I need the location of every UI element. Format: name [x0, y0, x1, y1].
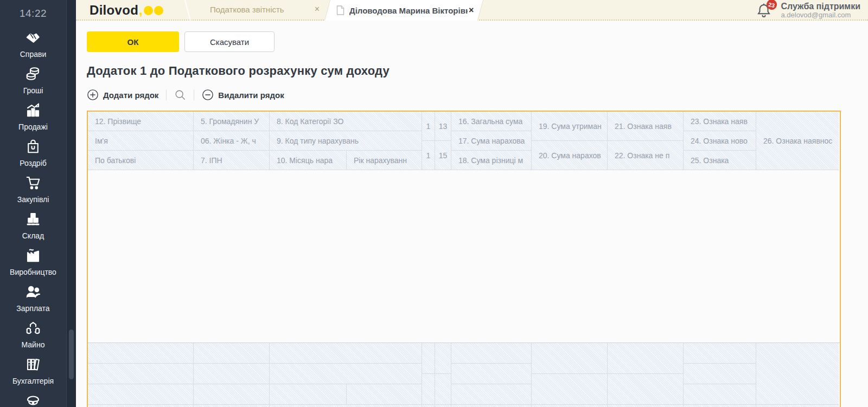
body-cell[interactable]	[451, 364, 532, 384]
body-cell[interactable]	[756, 343, 839, 405]
body-cell[interactable]	[451, 405, 532, 407]
column-header: 19. Сума утриман	[532, 112, 608, 141]
sidebar-item-rozdrib[interactable]: Роздріб	[0, 138, 66, 167]
body-cell[interactable]	[756, 405, 839, 407]
body-cell[interactable]	[194, 405, 270, 407]
toolbar-divider	[194, 89, 194, 100]
sidebar-item-bukhhalteriia[interactable]: Бухгалтерія	[0, 356, 66, 385]
body-cell[interactable]	[435, 405, 451, 407]
user-email: a.delovod@gmail.com	[781, 11, 860, 20]
sidebar-item-hroshi[interactable]: Гроші	[0, 66, 66, 95]
table-body	[88, 343, 840, 407]
table-header: 12. Прізвище Ім'я По батькові 5. Громадя…	[88, 112, 840, 170]
body-cell[interactable]	[608, 374, 684, 405]
body-cell[interactable]	[270, 384, 347, 405]
warehouse-boxes-icon	[25, 211, 41, 229]
body-cell[interactable]	[270, 343, 422, 364]
support-title[interactable]: Служба підтримки	[781, 2, 860, 11]
body-cell[interactable]	[451, 343, 532, 364]
body-cell[interactable]	[684, 343, 756, 364]
column-header: 06. Жінка - Ж, ч	[194, 131, 270, 151]
column-header: 8. Код Категорії ЗО	[270, 112, 422, 131]
hands-house-icon	[25, 320, 41, 338]
sidebar-item-maino[interactable]: Майно	[0, 320, 66, 349]
body-cell[interactable]	[532, 405, 608, 407]
body-cell[interactable]	[194, 364, 270, 384]
body-cell[interactable]	[451, 384, 532, 405]
sidebar-item-label: Гроші	[23, 86, 43, 95]
notification-bell[interactable]: 23	[756, 2, 773, 20]
body-cell[interactable]	[532, 374, 608, 405]
ok-button[interactable]: ОК	[87, 31, 179, 52]
add-row-button[interactable]: Додати рядок	[87, 89, 158, 101]
column-header: 10. Місяць нара	[270, 151, 347, 170]
body-cell[interactable]	[532, 343, 608, 374]
body-cell[interactable]	[194, 384, 270, 405]
cancel-button[interactable]: Скасувати	[184, 31, 275, 52]
body-cell[interactable]	[435, 343, 451, 374]
document-icon	[336, 5, 344, 15]
body-cell[interactable]	[608, 343, 684, 374]
handshake-icon	[25, 29, 41, 48]
sidebar-item-label: Бухгалтерія	[12, 377, 54, 385]
body-cell[interactable]	[347, 384, 422, 405]
sidebar-item-label: Роздріб	[20, 159, 47, 167]
tab-label: Діловодова Марина Вікторівна	[349, 6, 468, 15]
sidebar-item-label: Справи	[20, 50, 47, 59]
body-cell[interactable]	[88, 405, 194, 407]
sidebar-nav: Справи Гроші Продажі Роздріб Закупівлі С…	[0, 20, 66, 407]
logo-dot	[154, 6, 163, 15]
factory-icon	[25, 247, 41, 266]
close-icon[interactable]: ×	[469, 5, 474, 15]
search-button[interactable]	[174, 89, 186, 101]
tab-dilovodova-active[interactable]: Діловодова Марина Вікторівна ×	[324, 0, 483, 21]
top-bar: Dilovod, Податкова звітність × Діловодов…	[76, 0, 868, 21]
logo-comma: ,	[139, 3, 143, 18]
body-cell[interactable]	[684, 364, 756, 384]
column-header: 20. Сума нарахов	[532, 141, 608, 170]
body-cell[interactable]	[88, 343, 194, 364]
body-cell[interactable]	[88, 364, 194, 384]
dilovod-logo[interactable]: Dilovod,	[90, 2, 163, 18]
body-cell[interactable]	[608, 405, 684, 407]
toolbar-divider	[166, 89, 167, 100]
sidebar-scrollbar-thumb[interactable]	[69, 330, 74, 379]
sidebar-item-podatky[interactable]: Податки	[0, 392, 66, 407]
body-cell[interactable]	[422, 374, 435, 405]
body-cell[interactable]	[422, 405, 435, 407]
sidebar-item-zakupivli[interactable]: Закупівлі	[0, 175, 66, 204]
column-header: 17. Сума нарахова	[451, 131, 532, 151]
sidebar-item-sklad[interactable]: Склад	[0, 211, 66, 240]
sidebar-item-spravy[interactable]: Справи	[0, 29, 66, 59]
close-icon[interactable]: ×	[315, 4, 320, 14]
body-cell[interactable]	[684, 384, 756, 405]
sidebar-item-label: Склад	[22, 231, 44, 240]
delete-row-button[interactable]: Видалити рядок	[202, 89, 284, 101]
coins-icon	[25, 66, 41, 84]
column-header: 13	[435, 112, 451, 141]
body-cell[interactable]	[270, 405, 422, 407]
column-header: По батькові	[88, 151, 194, 170]
body-cell[interactable]	[88, 384, 194, 405]
body-cell[interactable]	[435, 374, 451, 405]
body-cell[interactable]	[684, 405, 756, 407]
search-icon	[174, 89, 186, 101]
shopping-bag-icon	[25, 138, 41, 157]
sidebar-scrollbar[interactable]	[66, 0, 76, 407]
user-box: 23 Служба підтримки a.delovod@gmail.com	[756, 2, 860, 20]
sidebar-item-zarplata[interactable]: Зарплата	[0, 283, 66, 313]
body-cell[interactable]	[270, 364, 422, 384]
circle-minus-icon	[202, 89, 214, 101]
logo-dot	[144, 6, 153, 15]
tab-label: Податкова звітність	[210, 5, 284, 14]
delete-row-label: Видалити рядок	[218, 91, 284, 100]
sidebar-item-vyrobnytstvo[interactable]: Виробництво	[0, 247, 66, 276]
body-cell[interactable]	[422, 343, 435, 374]
tab-podatkova-zvitnist[interactable]: Податкова звітність ×	[187, 0, 327, 21]
sidebar-item-prodazhi[interactable]: Продажі	[0, 102, 66, 131]
column-header: 24. Ознака ново	[684, 131, 756, 151]
column-header: 1	[422, 112, 435, 141]
body-cell[interactable]	[194, 343, 270, 364]
page-title: Додаток 1 до Податкового розрахунку сум …	[87, 64, 868, 78]
officer-cap-icon	[25, 392, 41, 407]
